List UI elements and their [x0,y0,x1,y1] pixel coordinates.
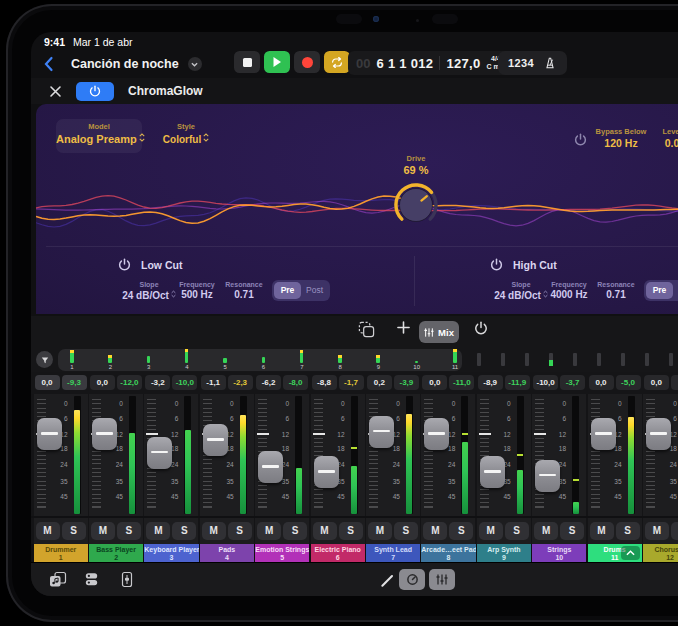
song-menu[interactable]: Canción de noche [43,52,202,76]
solo-button[interactable]: S [449,522,473,540]
channel-volume-value[interactable]: -8,9 [478,375,503,390]
cycle-button[interactable] [324,51,350,73]
volume-fader[interactable] [480,456,505,488]
add-track-button[interactable] [391,321,415,334]
count-in-button[interactable]: 1234 [508,57,534,69]
solo-button[interactable]: S [560,522,584,540]
volume-fader[interactable] [203,424,228,456]
volume-fader[interactable] [37,418,62,450]
metronome-icon[interactable] [543,56,557,70]
solo-button[interactable]: S [671,522,678,540]
mute-button[interactable]: M [146,522,170,540]
browser-button[interactable] [83,571,100,592]
volume-fader[interactable] [314,456,339,488]
plugin-power-button[interactable] [76,82,114,101]
channel-peak-value[interactable]: -8,0 [283,375,308,390]
solo-button[interactable]: S [283,522,307,540]
track-header[interactable]: Electric Piano6 [311,544,365,562]
channel-volume-value[interactable]: -6,2 [256,375,281,390]
drive-knob[interactable] [392,181,440,229]
overview-meter-strip[interactable]: 1234567891011 [58,349,462,371]
solo-button[interactable]: S [62,522,86,540]
stop-button[interactable] [234,51,260,73]
style-selector[interactable]: Style Colorful [148,119,224,146]
duplicate-button[interactable] [354,321,378,338]
track-header[interactable]: Emotion Strings5 [255,544,309,562]
volume-fader[interactable] [646,418,671,450]
loop-browser-button[interactable] [49,571,67,593]
mute-button[interactable]: M [202,522,226,540]
volume-fader[interactable] [92,418,117,450]
channel-volume-value[interactable]: 0,2 [367,375,392,390]
channel-peak-value[interactable]: -1,7 [339,375,364,390]
mute-button[interactable]: M [36,522,60,540]
back-icon[interactable] [43,56,54,72]
solo-button[interactable]: S [339,522,363,540]
channel-volume-value[interactable]: -8,8 [312,375,337,390]
high-cut-power-icon[interactable] [490,258,503,271]
channel-volume-value[interactable]: -10,0 [533,375,558,390]
channel-volume-value[interactable]: 0,0 [90,375,115,390]
mute-button[interactable]: M [479,522,503,540]
mute-button[interactable]: M [534,522,558,540]
bypass-power-icon[interactable] [574,133,587,146]
channel-peak-value[interactable]: -9,3 [62,375,87,390]
fader-tool-button[interactable] [119,571,135,592]
channel-peak-value[interactable] [671,375,678,390]
play-button[interactable] [264,51,290,73]
post-button[interactable]: Post [673,282,678,299]
solo-button[interactable]: S [616,522,640,540]
channel-peak-value[interactable]: -10,0 [172,375,197,390]
volume-fader[interactable] [147,437,172,469]
mixer-power-button[interactable] [469,321,493,335]
low-cut-power-icon[interactable] [118,258,131,271]
volume-fader[interactable] [258,451,283,483]
model-selector[interactable]: Model Analog Preamp [56,119,142,153]
mix-view-button[interactable]: Mix [419,321,459,343]
volume-fader[interactable] [591,418,616,450]
volume-fader[interactable] [369,416,394,448]
track-header[interactable]: Pads4 [200,544,254,562]
mute-button[interactable]: M [368,522,392,540]
channel-peak-value[interactable]: -3,9 [394,375,419,390]
solo-button[interactable]: S [505,522,529,540]
close-icon[interactable] [49,85,62,98]
channel-peak-value[interactable]: -2,3 [228,375,253,390]
pre-button[interactable]: Pre [646,282,673,299]
channel-peak-value[interactable]: -5,0 [616,375,641,390]
pre-button[interactable]: Pre [274,282,301,299]
track-header[interactable]: Arp Synth9 [477,544,531,562]
channel-volume-value[interactable]: -3,2 [145,375,170,390]
expand-stack-button[interactable] [621,546,640,560]
solo-button[interactable]: S [228,522,252,540]
track-header[interactable]: Strings10 [532,544,586,562]
record-button[interactable] [294,51,320,73]
mixer-view-button[interactable] [429,569,455,590]
track-header[interactable]: Drummer1 [34,544,88,562]
channel-volume-value[interactable]: 0,0 [644,375,669,390]
mute-button[interactable]: M [257,522,281,540]
mute-button[interactable]: M [313,522,337,540]
mute-button[interactable]: M [645,522,669,540]
channel-peak-value[interactable]: -11,9 [505,375,530,390]
volume-fader[interactable] [535,460,560,492]
track-header[interactable]: Synth Lead7 [366,544,420,562]
channel-volume-value[interactable]: 0,0 [589,375,614,390]
level-control[interactable]: Level 0.0 [642,127,678,150]
track-header[interactable]: Chorus V12 [643,544,678,562]
volume-fader[interactable] [424,418,449,450]
mute-button[interactable]: M [91,522,115,540]
controls-view-button[interactable] [399,569,425,590]
solo-button[interactable]: S [117,522,141,540]
channel-volume-value[interactable]: 0,0 [422,375,447,390]
track-header[interactable]: Bass Player2 [89,544,143,562]
track-header[interactable]: Arcade…eet Pad8 [421,544,475,562]
channel-volume-value[interactable]: 0,0 [35,375,60,390]
mute-button[interactable]: M [590,522,614,540]
filter-button[interactable] [36,351,53,368]
channel-peak-value[interactable]: -11,0 [449,375,474,390]
track-header[interactable]: Drums11 [588,544,642,562]
post-button[interactable]: Post [301,282,328,299]
song-chevron-icon[interactable] [188,57,202,71]
song-title[interactable]: Canción de noche [71,57,179,71]
